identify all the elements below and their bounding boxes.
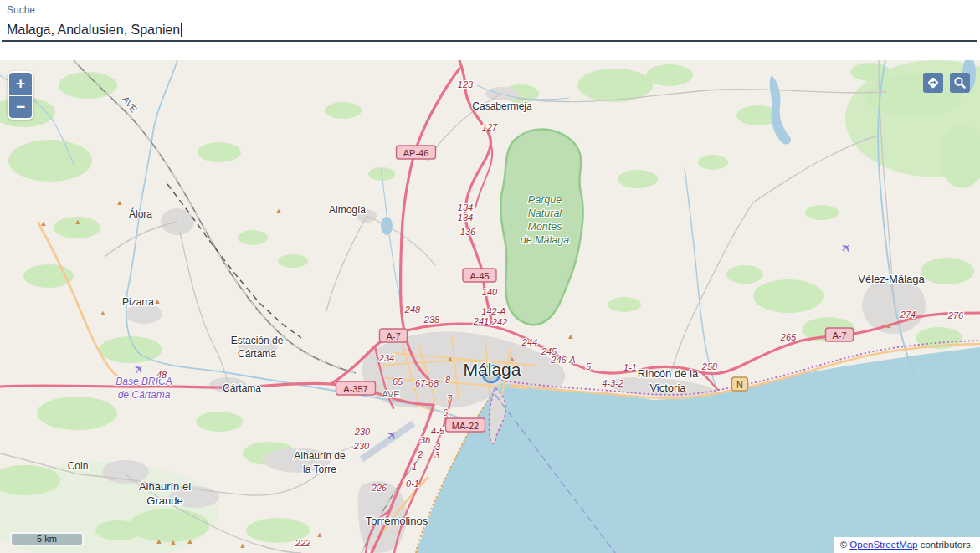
- place-label-estacion-de-cartama: Estación deCártama: [231, 335, 284, 360]
- exit-number-label: 4-3-2: [602, 378, 623, 388]
- exit-number-label: 136: [460, 227, 476, 237]
- exit-number-label: 8: [445, 375, 451, 385]
- exit-number-label: 67-68: [415, 378, 439, 388]
- map-attribution: © OpenStreetMap contributors.: [834, 537, 980, 553]
- svg-text:A-357: A-357: [343, 384, 367, 394]
- exit-number-label: 248: [404, 305, 421, 315]
- search-label: Suche: [7, 4, 35, 16]
- railway-label: AVE: [382, 389, 399, 399]
- search-input[interactable]: Malaga, Andalusien, Spanien: [2, 20, 977, 42]
- place-label-torremolinos: Torremolinos: [366, 515, 428, 527]
- map-corner-buttons: [923, 73, 970, 93]
- exit-number-label: 241: [473, 316, 489, 326]
- exit-number-label: 1-1: [623, 362, 637, 372]
- exit-number-label: 3: [434, 450, 440, 460]
- exit-number-label: 1: [412, 462, 417, 472]
- map-container[interactable]: ▲▲▲▲▲▲▲▲▲▲▲▲▲▲▲✈✈✈ CasabermejaAlmogíaÁlo…: [0, 60, 980, 553]
- exit-number-label: 226: [371, 483, 387, 493]
- exit-number-label: 230: [354, 427, 371, 437]
- peak-icon: ▲: [239, 541, 247, 550]
- peak-icon: ▲: [187, 537, 194, 545]
- exit-number-label: 65: [393, 376, 403, 387]
- attribution-suffix: contributors.: [918, 540, 973, 550]
- svg-text:A-45: A-45: [469, 271, 489, 281]
- svg-text:N: N: [736, 380, 743, 390]
- exit-number-label: 142-A: [481, 306, 505, 316]
- place-label-malaga: Málaga: [464, 360, 521, 379]
- exit-number-label: 238: [423, 315, 440, 325]
- exit-number-label: 4-5: [431, 426, 445, 436]
- road-shield-ma-22: MA-22: [446, 418, 485, 432]
- place-label-coin: Coin: [68, 460, 89, 472]
- exit-number-label: 123: [458, 79, 474, 90]
- peak-icon: ▲: [275, 207, 283, 215]
- exit-number-label: 258: [701, 361, 718, 371]
- directions-icon: [926, 75, 941, 90]
- peak-icon: ▲: [170, 538, 177, 546]
- exit-number-label: 5: [586, 361, 592, 371]
- zoom-out-button[interactable]: −: [9, 96, 32, 118]
- exit-number-label: 3b: [420, 435, 430, 445]
- road-shield-ap-46: AP-46: [397, 146, 436, 159]
- exit-number-label: 127: [482, 122, 498, 132]
- peak-icon: ▲: [156, 537, 163, 545]
- svg-text:MA-22: MA-22: [452, 421, 479, 431]
- scale-bar: 5 km: [10, 532, 84, 546]
- peak-icon: ▲: [116, 198, 124, 207]
- peak-icon: ▲: [447, 355, 454, 363]
- openstreetmap-link[interactable]: OpenStreetMap: [849, 540, 917, 550]
- place-label-casabermeja: Casabermeja: [472, 100, 532, 112]
- scale-bar-label: 5 km: [37, 534, 57, 544]
- place-label-velez-malaga: Vélez-Málaga: [858, 273, 925, 285]
- directions-button[interactable]: [923, 73, 943, 93]
- attribution-prefix: ©: [840, 540, 850, 550]
- exit-number-label: 246-A: [550, 355, 575, 365]
- peak-icon: ▲: [316, 530, 324, 539]
- search-section: Suche Malaga, Andalusien, Spanien: [0, 0, 980, 60]
- place-label-almogia: Almogía: [329, 204, 366, 216]
- exit-number-label: 222: [295, 538, 310, 548]
- road-shield-a-7: A-7: [826, 328, 854, 341]
- map-search-button[interactable]: [950, 73, 970, 93]
- exit-number-label: 265: [780, 332, 797, 342]
- exit-number-label: 134: [458, 202, 473, 212]
- exit-number-label: 242: [491, 317, 507, 327]
- search-value: Malaga, Andalusien, Spanien: [7, 23, 180, 37]
- search-icon: [952, 75, 967, 90]
- exit-number-label: 2: [417, 449, 423, 459]
- place-label-pizarra: Pizarra: [122, 296, 154, 308]
- svg-text:A-7: A-7: [832, 330, 846, 341]
- svg-text:A-7: A-7: [386, 331, 400, 341]
- exit-number-label: 134: [458, 212, 473, 223]
- road-shield-a-7: A-7: [380, 329, 408, 342]
- exit-number-label: 7: [447, 393, 453, 403]
- exit-number-label: 48: [156, 370, 167, 380]
- road-shield-a-45: A-45: [463, 269, 496, 282]
- exit-number-label: 234: [378, 353, 394, 363]
- peak-icon: ▲: [154, 297, 162, 305]
- map-canvas[interactable]: ▲▲▲▲▲▲▲▲▲▲▲▲▲▲▲✈✈✈ CasabermejaAlmogíaÁlo…: [0, 60, 980, 553]
- text-cursor: [181, 23, 182, 37]
- exit-number-label: 6: [443, 407, 449, 417]
- exit-number-label: 276: [947, 310, 964, 320]
- peak-icon: ▲: [567, 332, 575, 341]
- exit-number-label: 0-1: [406, 479, 419, 489]
- zoom-in-button[interactable]: +: [9, 73, 32, 95]
- exit-number-label: 140: [482, 287, 498, 297]
- peak-icon: ▲: [100, 309, 107, 317]
- peak-icon: ▲: [74, 218, 82, 226]
- exit-number-label: 244: [521, 337, 537, 347]
- place-label-cartama: Cártama: [223, 382, 261, 394]
- road-shield-a-357: A-357: [336, 381, 376, 395]
- road-shield-n: N: [732, 377, 748, 391]
- exit-number-label: 274: [900, 310, 916, 320]
- peak-icon: ▲: [40, 219, 48, 228]
- zoom-control: + −: [8, 71, 33, 120]
- exit-number-label: 230: [353, 441, 370, 451]
- place-label-alora: Álora: [129, 207, 152, 220]
- peak-icon: ▲: [885, 321, 893, 330]
- svg-text:AP-46: AP-46: [403, 148, 429, 158]
